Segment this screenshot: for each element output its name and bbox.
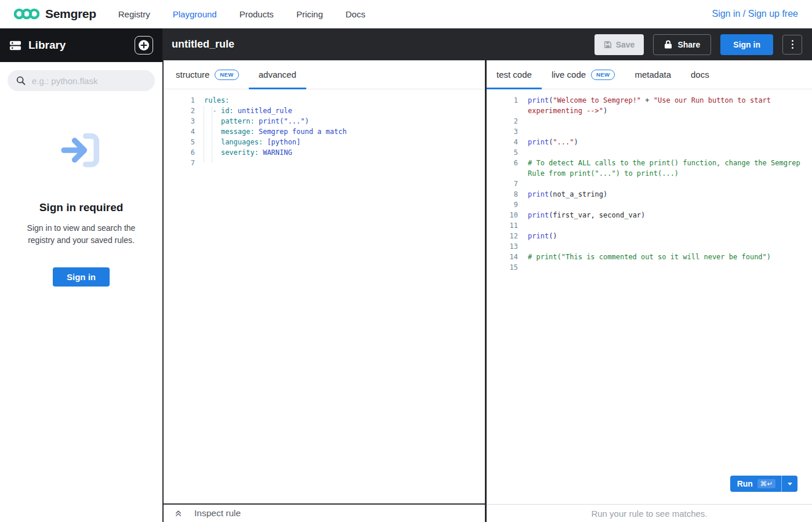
line-number: 7 <box>487 179 518 189</box>
test-code-pane: test code live code NEW metadata docs 1p… <box>487 60 812 522</box>
code-line: 3 <box>487 126 812 137</box>
signin-required-heading: Sign in required <box>39 201 124 214</box>
matches-status-text: Run your rule to see matches. <box>591 509 707 519</box>
test-code-editor[interactable]: 1print("Welcome to Semgrep!" + "Use our … <box>487 89 812 504</box>
line-number: 7 <box>164 158 195 168</box>
tab-metadata-label: metadata <box>635 70 671 79</box>
code-line: 14# print("This is commented out so it w… <box>487 252 812 262</box>
brand-name: Semgrep <box>45 7 96 21</box>
line-number: 8 <box>487 189 518 200</box>
code-line: 1print("Welcome to Semgrep!" + "Use our … <box>487 95 812 116</box>
tab-docs-label: docs <box>691 70 709 79</box>
indent-guide <box>204 106 204 163</box>
more-options-button[interactable] <box>782 35 802 55</box>
tab-live-code-label: live code <box>552 70 586 79</box>
header-signin-button[interactable]: Sign in <box>720 34 773 55</box>
tab-docs[interactable]: docs <box>681 60 719 89</box>
rule-yaml-editor[interactable]: 1rules:2 - id: untitled_rule3 pattern: p… <box>164 89 485 503</box>
nav-item-registry[interactable]: Registry <box>118 9 150 19</box>
save-icon <box>604 41 612 49</box>
share-button[interactable]: Share <box>653 34 711 55</box>
code-line: 4print("...") <box>487 137 812 147</box>
line-number: 3 <box>164 116 195 126</box>
search-icon <box>16 76 26 85</box>
line-number: 6 <box>487 158 518 179</box>
library-stack-icon <box>9 39 21 52</box>
line-number: 4 <box>164 126 195 137</box>
semgrep-logo[interactable]: Semgrep <box>14 6 96 21</box>
rule-editor-tabs: structure NEW advanced <box>164 60 485 89</box>
chevrons-up-icon <box>174 509 183 518</box>
new-badge: NEW <box>591 70 615 80</box>
header-actions: Save Share Sign in <box>594 34 802 55</box>
line-number: 3 <box>487 126 518 137</box>
lock-icon <box>664 40 672 49</box>
line-number: 1 <box>164 95 195 106</box>
code-line: 6# To detect ALL calls to the print() fu… <box>487 158 812 179</box>
tab-live-code[interactable]: live code NEW <box>542 60 625 89</box>
line-number: 9 <box>487 200 518 210</box>
sidebar-signin-button[interactable]: Sign in <box>53 267 110 287</box>
tab-structure[interactable]: structure NEW <box>166 60 249 89</box>
code-line: 10print(first_var, second_var) <box>487 210 812 220</box>
code-line: 11 <box>487 220 812 231</box>
run-button-group: Run ⌘↵ <box>730 476 798 492</box>
rule-title[interactable]: untitled_rule <box>172 38 594 50</box>
nav-item-products[interactable]: Products <box>240 9 274 19</box>
new-badge: NEW <box>215 70 238 80</box>
nav-item-docs[interactable]: Docs <box>346 9 365 19</box>
run-dropdown-button[interactable] <box>782 476 798 492</box>
code-line: 15 <box>487 262 812 273</box>
caret-down-icon <box>787 482 793 486</box>
line-number: 15 <box>487 262 518 273</box>
inspect-rule-label: Inspect rule <box>194 508 241 519</box>
line-number: 2 <box>487 116 518 126</box>
line-number: 5 <box>487 147 518 158</box>
rule-editor-pane: structure NEW advanced 1rules:2 - id: un… <box>164 60 487 522</box>
tab-test-code-label: test code <box>496 70 532 79</box>
line-number: 2 <box>164 106 195 116</box>
code-line: 2 <box>487 116 812 126</box>
nav-item-pricing[interactable]: Pricing <box>296 9 323 19</box>
tab-test-code[interactable]: test code <box>487 60 542 89</box>
matches-status-bar: Run your rule to see matches. <box>487 504 812 522</box>
code-line: 1rules: <box>164 95 485 106</box>
new-rule-button[interactable] <box>135 36 153 55</box>
line-number: 6 <box>164 147 195 158</box>
code-line: 5 <box>487 147 812 158</box>
nav-items: Registry Playground Products Pricing Doc… <box>118 9 365 19</box>
line-number: 4 <box>487 137 518 147</box>
tab-advanced[interactable]: advanced <box>249 60 306 89</box>
line-number: 1 <box>487 95 518 116</box>
rule-header: untitled_rule Save Share <box>162 28 812 60</box>
line-number: 11 <box>487 220 518 231</box>
code-line: 9 <box>487 200 812 210</box>
line-number: 5 <box>164 137 195 147</box>
signin-signup-link[interactable]: Sign in / Sign up free <box>712 9 798 19</box>
line-number: 14 <box>487 252 518 262</box>
line-number: 12 <box>487 231 518 241</box>
plus-circle-icon <box>138 39 150 51</box>
run-shortcut-badge: ⌘↵ <box>757 479 775 488</box>
run-button[interactable]: Run ⌘↵ <box>730 476 781 492</box>
code-line: 12print() <box>487 231 812 241</box>
kebab-icon <box>792 40 793 42</box>
playground-main: untitled_rule Save Share <box>162 28 812 522</box>
top-nav: Semgrep Registry Playground Products Pri… <box>0 0 812 28</box>
nav-item-playground[interactable]: Playground <box>173 9 217 19</box>
code-line: 7 <box>487 179 812 189</box>
semgrep-logo-icon <box>14 6 39 21</box>
inspect-rule-bar[interactable]: Inspect rule <box>164 503 485 522</box>
tab-advanced-label: advanced <box>259 70 296 79</box>
indent-guide <box>212 106 212 163</box>
test-pane-tabs: test code live code NEW metadata docs <box>487 60 812 89</box>
search-input[interactable] <box>8 70 155 91</box>
library-header: Library <box>0 28 162 62</box>
line-number: 13 <box>487 241 518 252</box>
library-sidebar: Library Sign in required Sign in <box>0 28 162 522</box>
save-button[interactable]: Save <box>594 34 644 55</box>
tab-metadata[interactable]: metadata <box>625 60 681 89</box>
signin-empty-state: Sign in required Sign in to view and sea… <box>0 126 162 287</box>
library-title: Library <box>28 39 128 52</box>
share-label: Share <box>677 40 700 49</box>
